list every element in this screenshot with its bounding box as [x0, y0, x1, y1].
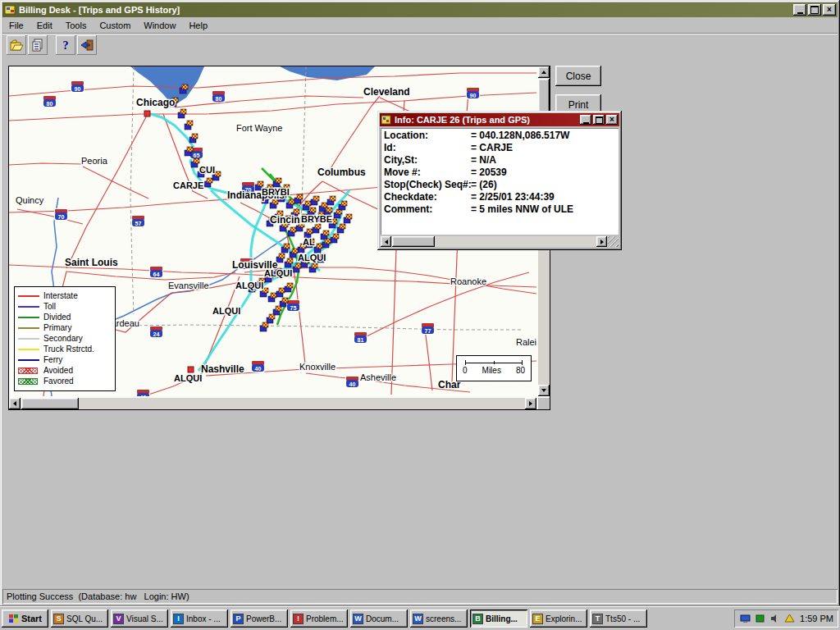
display-icon[interactable] — [754, 613, 765, 624]
info-close-button[interactable]: × — [606, 115, 618, 125]
info-horizontal-scrollbar[interactable] — [381, 236, 607, 247]
svg-text:90: 90 — [75, 86, 81, 92]
close-window-button[interactable]: × — [823, 4, 836, 16]
maximize-icon — [596, 116, 603, 124]
scale-bar: 0 Miles 80 — [456, 355, 532, 381]
taskbar-task-visuals[interactable]: VVisual S... — [111, 609, 168, 628]
stop-label: BRYBE — [301, 214, 332, 224]
schedule-icon[interactable] — [783, 613, 795, 624]
svg-text:80: 80 — [216, 96, 222, 102]
stop-marker[interactable] — [327, 196, 336, 205]
taskbar-task-powerb[interactable]: PPowerB... — [231, 609, 288, 628]
legend-label: Interstate — [43, 291, 78, 300]
menu-custom[interactable]: Custom — [93, 18, 137, 33]
taskbar-task-problem[interactable]: !Problem... — [290, 609, 348, 628]
info-scroll-right-button[interactable] — [596, 236, 607, 247]
stop-marker[interactable] — [303, 201, 311, 210]
interstate-shield: 80 — [212, 90, 226, 103]
start-label: Start — [21, 614, 42, 623]
scroll-down-button[interactable] — [538, 385, 550, 396]
legend-item: Interstate — [18, 290, 112, 301]
road — [9, 163, 81, 165]
menu-tools[interactable]: Tools — [59, 18, 94, 33]
stop-marker[interactable] — [185, 121, 193, 130]
stop-marker[interactable] — [191, 158, 199, 167]
svg-text:80: 80 — [47, 101, 53, 107]
svg-text:?: ? — [63, 39, 69, 52]
city-label: Columbus — [317, 167, 366, 178]
stop-square[interactable] — [144, 111, 150, 116]
network-icon[interactable] — [739, 613, 751, 624]
city-label: Saint Louis — [65, 257, 118, 268]
info-content: Location:= 040.128N,086.517WId:= CARJECi… — [381, 128, 619, 235]
interstate-shield: 90 — [466, 87, 480, 99]
interstate-shield: 77 — [421, 322, 435, 335]
stop-marker[interactable] — [189, 134, 198, 143]
legend-item: Secondary — [18, 333, 112, 344]
stop-marker[interactable] — [294, 194, 303, 203]
taskbar-task-inbox[interactable]: IInbox - ... — [171, 609, 228, 628]
arrow-right-icon — [529, 401, 532, 406]
taskbar-task-billing[interactable]: BBilling... — [470, 609, 527, 628]
taskbar-task-sqlqu[interactable]: SSQL Qu... — [51, 609, 108, 628]
interstate-shield: 40 — [251, 360, 265, 372]
taskbar-task-tts50[interactable]: TTts50 - ... — [590, 609, 647, 628]
stop-label: ALQUI — [264, 268, 292, 278]
info-scroll-left-button[interactable] — [381, 236, 391, 247]
scale-unit: Miles — [482, 366, 501, 375]
stop-marker[interactable] — [276, 288, 285, 297]
menu-help[interactable]: Help — [182, 18, 214, 33]
toolbar: ? — [2, 34, 838, 57]
open-folder-button[interactable] — [7, 35, 26, 55]
minimize-button[interactable] — [793, 4, 806, 16]
stop-marker[interactable] — [268, 293, 276, 302]
stop-marker[interactable] — [285, 283, 293, 292]
interstate-shield: 70 — [54, 208, 68, 221]
resize-grip[interactable] — [608, 236, 619, 247]
taskbar-task-screens[interactable]: Wscreens... — [410, 609, 468, 628]
scale-line — [465, 360, 523, 365]
stop-square[interactable] — [188, 367, 194, 372]
system-tray: 1:59 PM — [734, 609, 838, 628]
stop-marker[interactable] — [178, 109, 186, 118]
stop-marker[interactable] — [337, 224, 345, 233]
stop-marker[interactable] — [276, 253, 285, 262]
menu-window[interactable]: Window — [137, 18, 182, 33]
scroll-right-button[interactable] — [525, 398, 536, 409]
volume-icon[interactable] — [769, 613, 780, 624]
interstate-shield: 80 — [43, 95, 57, 107]
task-icon: T — [592, 614, 603, 624]
restore-button[interactable] — [808, 4, 821, 16]
horizontal-scroll-thumb[interactable] — [21, 398, 79, 409]
exit-button[interactable] — [77, 35, 97, 55]
menu-edit[interactable]: Edit — [30, 18, 59, 33]
info-minimize-button[interactable] — [580, 115, 591, 125]
menu-file[interactable]: File — [2, 18, 30, 33]
start-button[interactable]: Start — [2, 609, 48, 628]
task-icon: B — [472, 614, 483, 624]
scroll-left-button[interactable] — [9, 398, 21, 409]
taskbar-task-explorin[interactable]: EExplorin... — [530, 609, 587, 628]
help-button[interactable]: ? — [56, 35, 75, 55]
task-icon: W — [413, 614, 423, 624]
info-row: Id:= CARJE — [384, 142, 615, 154]
close-map-button[interactable]: Close — [555, 66, 601, 86]
stop-marker[interactable] — [319, 203, 327, 212]
report-button[interactable] — [28, 35, 48, 55]
help-icon: ? — [59, 39, 72, 52]
legend-item: Favored — [18, 376, 112, 386]
stop-marker[interactable] — [267, 314, 275, 323]
city-label: Peoria — [81, 156, 108, 166]
map-horizontal-scrollbar[interactable] — [9, 398, 536, 409]
info-maximize-button[interactable] — [593, 115, 605, 125]
stop-marker[interactable] — [204, 178, 212, 187]
scroll-up-button[interactable] — [538, 66, 550, 78]
stop-marker[interactable] — [288, 227, 296, 236]
taskbar-task-docum[interactable]: WDocum... — [350, 609, 408, 628]
stop-marker[interactable] — [344, 214, 352, 223]
stop-marker[interactable] — [260, 322, 268, 331]
svg-text:64: 64 — [153, 272, 160, 277]
stop-marker[interactable] — [311, 196, 319, 205]
interstate-shield: 40 — [345, 376, 359, 388]
info-scroll-thumb[interactable] — [392, 236, 435, 247]
